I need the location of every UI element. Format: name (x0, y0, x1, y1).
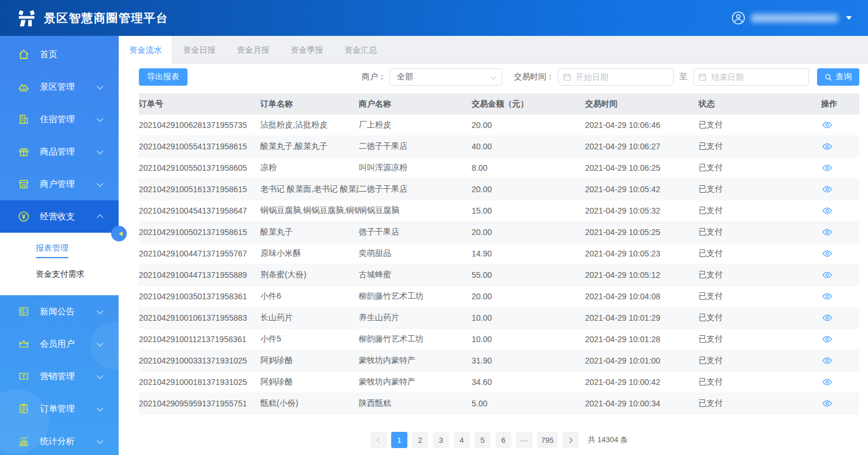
tab-fund-summary[interactable]: 资金汇总 (334, 36, 388, 63)
submenu-item-report-mgmt[interactable]: 报表管理 (0, 237, 119, 263)
chevron-down-icon (97, 115, 103, 122)
start-date-input[interactable] (558, 68, 674, 86)
sidebar-item-marketing[interactable]: 营销管理 (0, 360, 119, 392)
cell-actions (821, 292, 859, 302)
tab-fund-daily[interactable]: 资金日报 (172, 36, 226, 63)
prev-page-button[interactable] (370, 432, 387, 448)
app-header: 景区智慧商圈管理平台 (0, 0, 868, 36)
cell-status: 已支付 (698, 291, 821, 302)
sidebar-item-scenic-mgmt[interactable]: 景区管理 (0, 71, 119, 103)
user-name-blurred (751, 14, 838, 23)
page-number-button[interactable]: ··· (516, 432, 532, 448)
sidebar-collapse-handle[interactable] (111, 226, 127, 241)
col-amount: 交易金额（元） (472, 99, 585, 109)
sidebar-item-label: 商户管理 (40, 179, 75, 190)
sidebar-item-home[interactable]: 首页 (0, 38, 119, 71)
platform-logo-icon (16, 8, 37, 28)
page-number-button[interactable]: 6 (495, 432, 512, 448)
user-dropdown-caret-icon (846, 16, 852, 20)
cell-amount: 15.00 (472, 206, 585, 215)
news-icon (17, 305, 30, 318)
page-number-button[interactable]: 5 (475, 432, 491, 448)
crown-icon (17, 337, 30, 350)
view-detail-eye-icon[interactable] (821, 228, 833, 237)
cell-order-name: 原味小米酥 (260, 248, 359, 259)
cell-order-no: 202104291004471371955889 (139, 270, 260, 280)
view-detail-eye-icon[interactable] (821, 377, 833, 387)
cell-order-no: 202104291006281371955735 (139, 120, 260, 130)
tab-fund-flow[interactable]: 资金流水 (119, 36, 172, 64)
cell-time: 2021-04-29 10:06:25 (585, 163, 698, 173)
export-report-button[interactable]: 导出报表 (139, 68, 187, 86)
page-number-button[interactable]: 795 (537, 432, 558, 448)
sidebar-item-lodging-mgmt[interactable]: 住宿管理 (0, 103, 119, 135)
cell-order-no: 202104291005161371958615 (139, 185, 260, 194)
page-number-button[interactable]: 2 (412, 432, 428, 448)
chevron-down-icon (97, 148, 103, 154)
table-row: 202104291001061371955883 长山药片 养生山药片 10.0… (139, 307, 859, 329)
chevron-down-icon (97, 372, 103, 379)
cell-amount: 20.00 (472, 120, 585, 130)
cell-order-no: 202104291004541371958647 (139, 206, 260, 215)
finance-submenu: 报表管理 资金支付需求 (0, 233, 119, 295)
cell-merchant-name: 古城蜂蜜 (359, 270, 472, 280)
cell-actions (821, 270, 859, 280)
next-page-button[interactable] (562, 432, 579, 448)
cell-order-name: 老书记 酸菜面,老书记 酸菜面 (260, 184, 359, 195)
query-button[interactable]: 查询 (817, 68, 859, 86)
sidebar-item-orders[interactable]: 订单管理 (0, 392, 119, 425)
view-detail-eye-icon[interactable] (821, 120, 833, 130)
cell-actions (821, 206, 859, 216)
view-detail-eye-icon[interactable] (821, 270, 833, 280)
cell-amount: 20.00 (472, 185, 585, 194)
view-detail-eye-icon[interactable] (821, 163, 833, 173)
table-row: 202104290959591371955751 甑糕(小份) 陕西甑糕 5.0… (139, 393, 859, 414)
cell-amount: 31.90 (472, 356, 585, 365)
view-detail-eye-icon[interactable] (821, 292, 833, 301)
cell-status: 已支付 (698, 398, 821, 409)
end-date-input[interactable] (693, 68, 809, 86)
cell-order-name: 小件5 (260, 334, 359, 344)
cell-actions (821, 228, 859, 237)
sidebar-item-label: 统计分析 (40, 436, 75, 447)
page-number-button[interactable]: 4 (454, 432, 470, 448)
sidebar-item-members[interactable]: 会员用户 (0, 328, 119, 360)
page-number-button[interactable]: 1 (391, 432, 407, 448)
date-range-separator: 至 (679, 72, 687, 82)
user-menu[interactable] (731, 11, 852, 25)
cell-order-name: 阿妈珍酪 (260, 355, 359, 366)
sidebar-item-label: 营销管理 (40, 371, 75, 382)
sidebar-item-label: 经营收支 (40, 211, 75, 222)
view-detail-eye-icon[interactable] (821, 335, 833, 344)
tab-fund-quarterly[interactable]: 资金季报 (280, 36, 334, 63)
view-detail-eye-icon[interactable] (821, 399, 833, 408)
cell-time: 2021-04-29 10:01:00 (585, 356, 698, 365)
page-number-button[interactable]: 3 (433, 432, 449, 448)
cell-actions (821, 399, 859, 409)
sidebar-item-merchant-mgmt[interactable]: 商户管理 (0, 168, 119, 200)
tab-fund-monthly[interactable]: 资金月报 (226, 36, 280, 63)
view-detail-eye-icon[interactable] (821, 142, 833, 151)
sidebar-item-goods-mgmt[interactable]: 商品管理 (0, 135, 119, 168)
view-detail-eye-icon[interactable] (821, 356, 833, 365)
sidebar-item-finance[interactable]: 经营收支 (0, 200, 119, 233)
sidebar-item-statistics[interactable]: 统计分析 (0, 425, 119, 455)
merchant-select[interactable]: 全部 (389, 68, 502, 86)
cell-order-name: 酸菜丸子 (260, 227, 359, 237)
cell-order-no: 202104291005021371958615 (139, 228, 260, 237)
view-detail-eye-icon[interactable] (821, 249, 833, 258)
view-detail-eye-icon[interactable] (821, 185, 833, 194)
merchant-filter-label: 商户： (362, 72, 386, 82)
cell-amount: 14.90 (472, 249, 585, 258)
sidebar-item-news[interactable]: 新闻公告 (0, 295, 119, 328)
submenu-item-fund-payment[interactable]: 资金支付需求 (0, 263, 119, 289)
view-detail-eye-icon[interactable] (821, 313, 833, 322)
cell-merchant-name: 德子干果店 (359, 227, 472, 237)
cell-time: 2021-04-29 10:05:23 (585, 249, 698, 258)
cell-actions (821, 377, 859, 387)
bar-chart-icon (17, 435, 30, 447)
view-detail-eye-icon[interactable] (821, 206, 833, 215)
cell-order-no: 202104291000181371931025 (139, 377, 260, 387)
cell-order-no: 202104291003501371958361 (139, 292, 260, 301)
cell-merchant-name: 铜锅豆腐脑 (359, 206, 472, 216)
